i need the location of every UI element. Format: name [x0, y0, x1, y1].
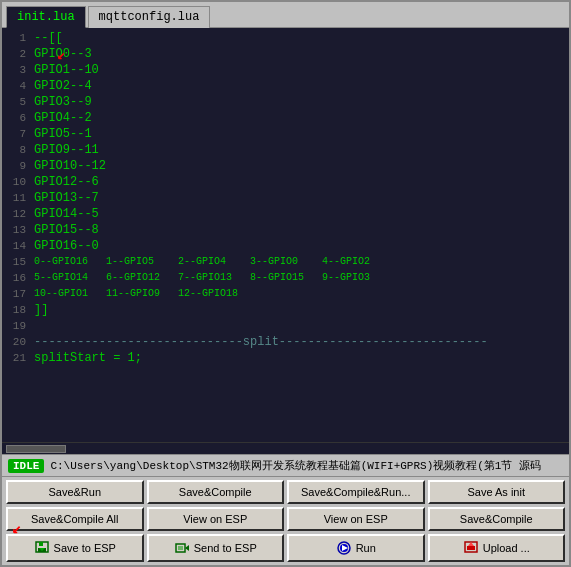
- tab-bar: init.lua mqttconfig.lua: [2, 2, 569, 28]
- idle-badge: IDLE: [8, 459, 44, 473]
- upload-label: Upload ...: [483, 542, 530, 554]
- horizontal-scrollbar[interactable]: [2, 442, 569, 454]
- status-bar: IDLE C:\Users\yang\Desktop\STM32物联网开发系统教…: [2, 454, 569, 477]
- button-row-2: Save&Compile All View on ESP View on ESP…: [6, 507, 565, 531]
- svg-rect-2: [39, 542, 43, 546]
- upload-icon: [463, 540, 479, 556]
- view-on-esp-2-button[interactable]: View on ESP: [287, 507, 425, 531]
- save-compile-run-button[interactable]: Save&Compile&Run...: [287, 480, 425, 504]
- tab-init-lua[interactable]: init.lua: [6, 6, 86, 28]
- send-to-esp-icon: [174, 540, 190, 556]
- status-path: C:\Users\yang\Desktop\STM32物联网开发系统教程基础篇(…: [50, 458, 541, 473]
- save-to-esp-label: Save to ESP: [54, 542, 116, 554]
- save-to-esp-button[interactable]: Save to ESP: [6, 534, 144, 562]
- button-row-1: Save&Run Save&Compile Save&Compile&Run..…: [6, 480, 565, 504]
- scrollbar-thumb[interactable]: [6, 445, 66, 453]
- run-label: Run: [356, 542, 376, 554]
- code-lines: --[[ GPIO0--3 GPIO1--10 GPIO2--4 GPIO3--…: [30, 28, 569, 442]
- upload-button[interactable]: Upload ...: [428, 534, 566, 562]
- save-compile-all-button[interactable]: Save&Compile All: [6, 507, 144, 531]
- run-icon: [336, 540, 352, 556]
- button-row-3: ↙ Save to ESP: [6, 534, 565, 562]
- tab-mqttconfig-lua[interactable]: mqttconfig.lua: [88, 6, 211, 28]
- svg-rect-4: [176, 544, 185, 552]
- save-compile-2-button[interactable]: Save&Compile: [428, 507, 566, 531]
- main-window: init.lua mqttconfig.lua ↙ 12345 678910 1…: [0, 0, 571, 567]
- svg-rect-12: [467, 546, 475, 550]
- view-on-esp-1-button[interactable]: View on ESP: [147, 507, 285, 531]
- arrow-indicator-top: ↙: [57, 46, 65, 63]
- run-button[interactable]: Run: [287, 534, 425, 562]
- code-editor[interactable]: ↙ 12345 678910 1112131415 1617181920 21 …: [2, 28, 569, 442]
- save-run-button[interactable]: Save&Run: [6, 480, 144, 504]
- save-to-esp-icon: [34, 540, 50, 556]
- save-compile-button[interactable]: Save&Compile: [147, 480, 285, 504]
- save-as-init-button[interactable]: Save As init: [428, 480, 566, 504]
- line-numbers: 12345 678910 1112131415 1617181920 21: [2, 28, 30, 442]
- send-to-esp-label: Send to ESP: [194, 542, 257, 554]
- arrow-indicator-bottom: ↙: [12, 518, 22, 538]
- send-to-esp-button[interactable]: Send to ESP: [147, 534, 285, 562]
- button-area: Save&Run Save&Compile Save&Compile&Run..…: [2, 477, 569, 565]
